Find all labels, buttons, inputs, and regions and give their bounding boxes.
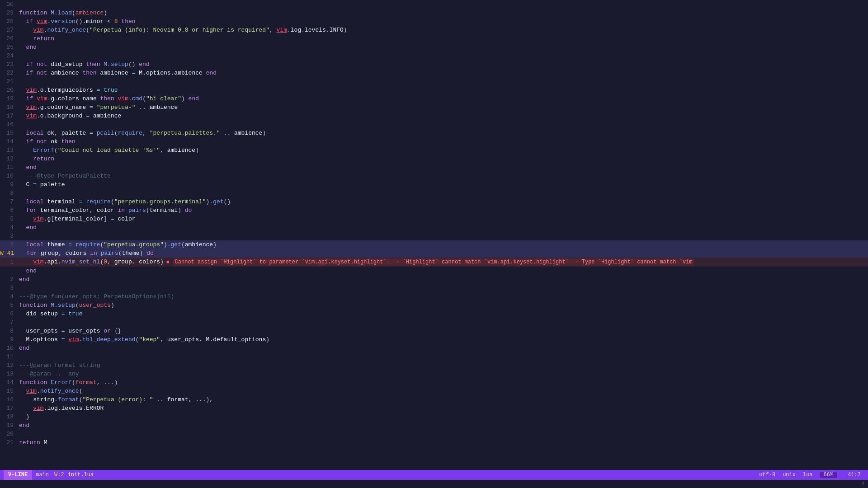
- cursor-position: 41:7: [844, 472, 864, 478]
- code-line: 16 string.format("Perpetua (error): " ..…: [0, 395, 868, 404]
- code-line: 27 vim.notify_once("Perpetua (info): Neo…: [0, 26, 868, 34]
- code-line: 13 Errorf("Could not load palette '%s'",…: [0, 146, 868, 155]
- second-status-line: 3: [0, 480, 868, 488]
- code-area: 30 29 function M.load(ambience) 28 if vi…: [0, 0, 868, 470]
- os-type: unix: [783, 472, 796, 478]
- code-line: 25 end: [0, 43, 868, 52]
- code-line: 6 did_setup = true: [0, 310, 868, 318]
- code-line: 22 if not ambience then ambience = M.opt…: [0, 69, 868, 77]
- code-line: 11: [0, 352, 868, 361]
- status-right: utf-8 unix lua 66% 41:7: [759, 472, 864, 478]
- code-line: 28 if vim.version().minor < 8 then: [0, 17, 868, 26]
- code-line: 12 ---@param format string: [0, 361, 868, 370]
- scroll-percent: 66%: [820, 472, 837, 478]
- code-line: 8 user_opts = user_opts or {}: [0, 327, 868, 335]
- code-line-selected: 2 local theme = require("perpetua.groups…: [0, 240, 868, 249]
- code-line: 13 ---@param ... any: [0, 370, 868, 378]
- code-line: 18 ): [0, 413, 868, 421]
- code-line-selected: W 41 for group, colors in pairs(theme) d…: [0, 249, 868, 258]
- code-line: 19 if vim.g.colors_name then vim.cmd("hi…: [0, 94, 868, 103]
- code-line: 17 vim.log.levels.ERROR: [0, 404, 868, 413]
- code-line: 4 ---@type fun(user_opts: PerpetuaOption…: [0, 292, 868, 301]
- code-line-error: 1 vim.api.nvim_set_hl(0, group, colors)■…: [0, 258, 868, 267]
- code-line: 7 local terminal = require("perpetua.gro…: [0, 197, 868, 206]
- code-line: 9 M.options = vim.tbl_deep_extend("keep"…: [0, 335, 868, 344]
- line-count: 3: [861, 481, 864, 487]
- code-line: 20: [0, 430, 868, 438]
- code-line: 3: [0, 284, 868, 292]
- error-message: Cannot assign `Highlight` to parameter `…: [173, 258, 694, 266]
- code-line: 10 ---@type PerpetuaPalette: [0, 172, 868, 180]
- code-line: 18 vim.g.colors_name = "perpetua-" .. am…: [0, 103, 868, 112]
- code-line: 26 return: [0, 34, 868, 43]
- current-filename: init.lua: [68, 472, 94, 478]
- code-line: 7: [0, 318, 868, 327]
- code-line: 10 end: [0, 344, 868, 352]
- left-panel: 30 29 function M.load(ambience) 28 if vi…: [0, 0, 868, 470]
- code-line: 14 if not ok then: [0, 137, 868, 146]
- code-line: 21 return M: [0, 438, 868, 447]
- code-line: 2 end: [0, 275, 868, 284]
- code-line: 30: [0, 0, 868, 9]
- code-line: 15 vim.notify_once(: [0, 387, 868, 395]
- code-line: 15 local ok, palette = pcall(require, "p…: [0, 129, 868, 137]
- encoding: utf-8: [759, 472, 775, 478]
- git-branch: main: [36, 472, 49, 478]
- code-line: 11 end: [0, 163, 868, 172]
- code-line: 24: [0, 52, 868, 60]
- code-line: 12 return: [0, 155, 868, 163]
- code-line: 5 function M.setup(user_opts): [0, 301, 868, 310]
- code-line: 6 for terminal_color, color in pairs(ter…: [0, 206, 868, 215]
- code-line: 3: [0, 232, 868, 240]
- editor-container: 30 29 function M.load(ambience) 28 if vi…: [0, 0, 868, 488]
- code-line: 19 end: [0, 421, 868, 430]
- filetype: lua: [803, 472, 813, 478]
- code-line: 17 vim.o.background = ambience: [0, 112, 868, 120]
- status-bar: V-LINE main W:2 init.lua utf-8 unix lua …: [0, 470, 868, 480]
- code-line: 21: [0, 77, 868, 86]
- code-line: 16: [0, 120, 868, 129]
- code-line: 5 vim.g[terminal_color] = color: [0, 215, 868, 223]
- warning-count: W:2: [54, 472, 64, 478]
- code-line: end: [0, 267, 868, 275]
- code-line: 14 function Errorf(format, ...): [0, 378, 868, 387]
- line-container-top: 30 29 function M.load(ambience) 28 if vi…: [0, 0, 868, 447]
- editor-mode: V-LINE: [4, 470, 32, 480]
- code-line: 23 if not did_setup then M.setup() end: [0, 60, 868, 69]
- code-line: 8: [0, 189, 868, 197]
- code-line: 9 C = palette: [0, 180, 868, 189]
- code-line: 20 vim.o.termguicolors = true: [0, 86, 868, 94]
- code-line: 29 function M.load(ambience): [0, 9, 868, 17]
- code-line: 4 end: [0, 223, 868, 232]
